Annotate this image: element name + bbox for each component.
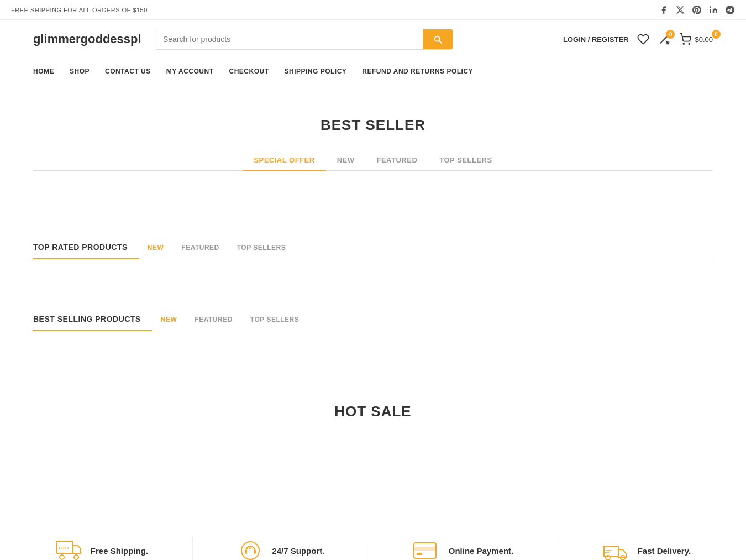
svg-rect-14 xyxy=(414,547,436,551)
top-bar: FREE SHIPPING FOR ALL ORDERS OF $150 xyxy=(0,0,746,20)
best-selling-header: BEST SELLING PRODUCTS NEW FEATURED TOP S… xyxy=(33,315,713,331)
tab-special-offer[interactable]: SPECIAL OFFER xyxy=(243,150,325,171)
support-icon: 24/7 xyxy=(237,537,264,560)
tab-new[interactable]: NEW xyxy=(326,150,366,171)
wishlist-button[interactable] xyxy=(637,33,649,45)
best-seller-tabs: SPECIAL OFFER NEW FEATURED TOP SELLERS xyxy=(33,150,713,171)
search-icon xyxy=(433,34,443,44)
svg-rect-11 xyxy=(254,549,256,554)
compare-button[interactable]: 0 xyxy=(658,33,670,45)
svg-point-9 xyxy=(241,542,259,559)
feature-payment: Online Payment. xyxy=(413,537,514,560)
facebook-icon[interactable] xyxy=(659,5,669,15)
payment-icon xyxy=(413,537,441,560)
free-shipping-text: Free Shipping. xyxy=(91,546,148,556)
top-rated-tabs: NEW FEATURED TOP SELLERS xyxy=(139,244,295,258)
svg-point-3 xyxy=(684,43,685,44)
nav-home[interactable]: HOME xyxy=(33,59,62,83)
best-seller-section: BEST SELLER SPECIAL OFFER NEW FEATURED T… xyxy=(33,95,713,193)
svg-point-6 xyxy=(60,555,64,559)
top-rated-header: TOP RATED PRODUCTS NEW FEATURED TOP SELL… xyxy=(33,243,713,259)
search-input[interactable] xyxy=(155,29,423,49)
nav-account[interactable]: MY ACCOUNT xyxy=(159,59,222,83)
header-right: LOGIN / REGISTER 0 0 $0.00 xyxy=(563,33,713,45)
cart-icon xyxy=(679,33,691,45)
best-selling-label: BEST SELLING PRODUCTS xyxy=(33,315,152,331)
best-selling-tab-top-sellers[interactable]: TOP SELLERS xyxy=(241,316,308,330)
footer-features: FREE Free Shipping. 24/7 24/7 Support. xyxy=(0,520,746,560)
tab-featured[interactable]: FEATURED xyxy=(365,150,428,171)
divider-1 xyxy=(192,537,193,560)
svg-rect-10 xyxy=(245,549,247,554)
navbar: HOME SHOP CONTACT US MY ACCOUNT CHECKOUT… xyxy=(0,59,746,83)
nav-contact[interactable]: CONTACT US xyxy=(97,59,159,83)
cart-button[interactable]: 0 $0.00 xyxy=(679,33,713,45)
delivery-icon xyxy=(602,537,630,560)
linkedin-icon[interactable] xyxy=(708,5,718,15)
logo[interactable]: glimmergoddesspl xyxy=(33,32,144,46)
spacer-3 xyxy=(33,337,713,370)
best-selling-tab-new[interactable]: NEW xyxy=(152,316,186,330)
top-rated-tab-top-sellers[interactable]: TOP SELLERS xyxy=(228,244,295,258)
main-content: BEST SELLER SPECIAL OFFER NEW FEATURED T… xyxy=(0,83,746,509)
nav-checkout[interactable]: CHECKOUT xyxy=(221,59,276,83)
hot-sale-title: HOT SALE xyxy=(33,403,713,420)
nav-shipping[interactable]: SHIPPING POLICY xyxy=(276,59,354,83)
svg-text:FREE: FREE xyxy=(59,546,71,551)
best-selling-tabs: NEW FEATURED TOP SELLERS xyxy=(152,316,308,330)
nav-refund[interactable]: REFUND AND RETURNS POLICY xyxy=(354,59,481,83)
top-rated-tab-new[interactable]: NEW xyxy=(139,244,173,258)
free-shipping-icon: FREE xyxy=(55,537,83,560)
nav-shop[interactable]: SHOP xyxy=(62,59,97,83)
spacer-4 xyxy=(33,453,713,498)
search-button[interactable] xyxy=(423,29,453,49)
top-rated-tab-featured[interactable]: FEATURED xyxy=(172,244,228,258)
shipping-promo: FREE SHIPPING FOR ALL ORDERS OF $150 xyxy=(11,7,148,13)
search-bar xyxy=(155,29,453,50)
social-icons xyxy=(659,5,735,15)
svg-point-7 xyxy=(74,555,78,559)
tab-top-sellers[interactable]: TOP SELLERS xyxy=(428,150,503,171)
feature-support: 24/7 24/7 Support. xyxy=(237,537,324,560)
svg-rect-15 xyxy=(417,553,422,555)
pinterest-icon[interactable] xyxy=(692,5,702,15)
payment-text: Online Payment. xyxy=(449,546,514,556)
top-rated-label: TOP RATED PRODUCTS xyxy=(33,243,139,259)
delivery-text: Fast Delivery. xyxy=(638,546,691,556)
divider-3 xyxy=(558,537,558,560)
hot-sale-section: HOT SALE xyxy=(33,370,713,453)
best-seller-title: BEST SELLER xyxy=(33,117,713,134)
feature-delivery: Fast Delivery. xyxy=(602,537,691,560)
telegram-icon[interactable] xyxy=(725,5,735,15)
header: glimmergoddesspl LOGIN / REGISTER 0 xyxy=(0,20,746,59)
spacer-1 xyxy=(33,193,713,226)
svg-point-0 xyxy=(710,6,711,8)
svg-point-4 xyxy=(689,43,690,44)
cart-badge: 0 xyxy=(712,30,721,39)
best-selling-tab-featured[interactable]: FEATURED xyxy=(186,316,241,330)
login-register-link[interactable]: LOGIN / REGISTER xyxy=(563,35,628,44)
cart-total: $0.00 xyxy=(695,35,713,44)
divider-2 xyxy=(369,537,369,560)
heart-icon xyxy=(637,33,649,45)
svg-text:24/7: 24/7 xyxy=(246,546,254,550)
feature-free-shipping: FREE Free Shipping. xyxy=(55,537,148,560)
top-rated-section: TOP RATED PRODUCTS NEW FEATURED TOP SELL… xyxy=(33,243,713,259)
support-text: 24/7 Support. xyxy=(272,546,324,556)
best-selling-section: BEST SELLING PRODUCTS NEW FEATURED TOP S… xyxy=(33,315,713,331)
spacer-2 xyxy=(33,265,713,298)
x-twitter-icon[interactable] xyxy=(675,5,685,15)
compare-badge: 0 xyxy=(666,30,675,39)
